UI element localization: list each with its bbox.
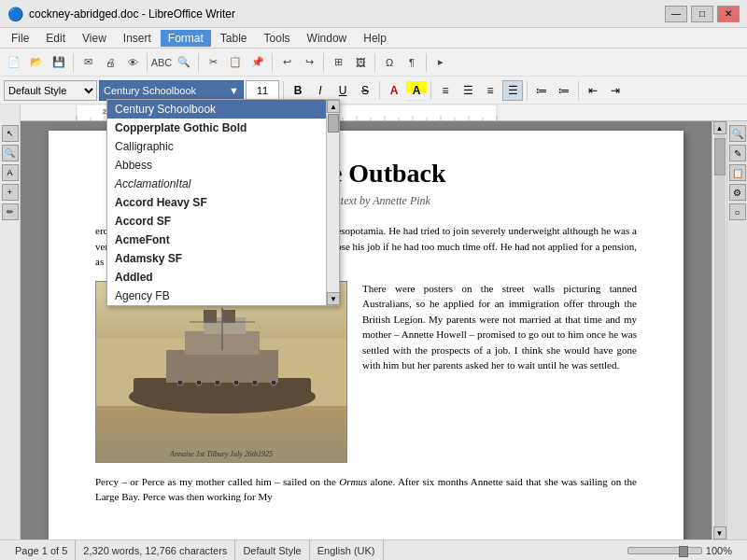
view-tool4[interactable]: ⚙: [729, 184, 746, 201]
font-item-accord-sf[interactable]: Accord SF: [107, 212, 326, 231]
print-button[interactable]: 🖨: [100, 52, 120, 73]
insert-table-button[interactable]: ⊞: [328, 52, 348, 73]
font-item-century[interactable]: Century Schoolbook: [107, 100, 326, 119]
zoom-tool[interactable]: 🔍: [2, 145, 19, 161]
dropdown-scroll-down[interactable]: ▼: [327, 292, 340, 305]
more-button[interactable]: ▸: [430, 52, 451, 73]
menu-file[interactable]: File: [4, 30, 36, 47]
menu-format[interactable]: Format: [161, 30, 211, 47]
doc-para3: Percy – or Perce as my mother called him…: [95, 474, 637, 505]
cut-button[interactable]: ✂: [203, 52, 223, 73]
open-button[interactable]: 📂: [26, 52, 47, 73]
redo-button[interactable]: ↪: [299, 52, 319, 73]
window-controls: — □ ✕: [665, 6, 740, 22]
char-map-button[interactable]: Ω: [379, 52, 400, 73]
menu-tools[interactable]: Tools: [257, 30, 298, 47]
paste-button[interactable]: 📌: [247, 52, 268, 73]
align-left-button[interactable]: ≡: [435, 80, 456, 101]
view-tool2[interactable]: ✎: [729, 145, 746, 161]
bold-button[interactable]: B: [288, 80, 308, 101]
font-item-acclamation[interactable]: AcclamationItal: [107, 175, 326, 193]
separator5: [323, 53, 324, 72]
scroll-down-button[interactable]: ▼: [713, 526, 726, 539]
font-item-abbess[interactable]: Abbess: [107, 156, 326, 175]
separator1: [73, 53, 74, 72]
font-item-accord-heavy[interactable]: Accord Heavy SF: [107, 193, 326, 212]
view-tool1[interactable]: 🔍: [729, 125, 746, 142]
menu-window[interactable]: Window: [300, 30, 355, 47]
separator4: [272, 53, 273, 72]
view-tool3[interactable]: 📋: [729, 164, 746, 181]
sep-fmt: [283, 81, 284, 100]
style-combo[interactable]: Default Style: [4, 80, 97, 101]
doc-columns: Annaise 1st Tilbury July 26th1925 There …: [95, 281, 637, 463]
toolbar1: 📄 📂 💾 ✉ 🖨 👁 ABC 🔍 ✂ 📋 📌 ↩ ↪ ⊞ 🖼 Ω ¶ ▸: [0, 49, 747, 77]
email-button[interactable]: ✉: [78, 52, 98, 73]
font-list: Century Schoolbook Copperplate Gothic Bo…: [107, 100, 326, 305]
scroll-up-button[interactable]: ▲: [713, 121, 726, 134]
view-tool5[interactable]: ○: [729, 203, 746, 220]
app-icon: 🔵: [7, 7, 23, 21]
style-status: Default Style: [235, 540, 309, 560]
dropdown-scroll-up[interactable]: ▲: [327, 100, 340, 113]
undo-button[interactable]: ↩: [276, 52, 297, 73]
font-item-agency[interactable]: Agency FB: [107, 287, 326, 305]
image-caption: Annaise 1st Tilbury July 26th1925: [96, 450, 346, 458]
font-dropdown: Century Schoolbook Copperplate Gothic Bo…: [106, 99, 340, 306]
find-button[interactable]: 🔍: [174, 52, 194, 73]
word-count-status: 2,320 words, 12,766 characters: [76, 540, 235, 560]
titlebar-title: cockney-abridged.doc - LibreOffice Write…: [29, 7, 235, 21]
save-button[interactable]: 💾: [49, 52, 69, 73]
font-item-copperplate[interactable]: Copperplate Gothic Bold: [107, 119, 326, 137]
menu-view[interactable]: View: [75, 30, 114, 47]
indent-less-button[interactable]: ⇤: [583, 80, 603, 101]
align-right-button[interactable]: ≡: [480, 80, 500, 101]
svg-rect-44: [166, 350, 278, 383]
language-status: English (UK): [310, 540, 384, 560]
font-color-button[interactable]: A: [384, 80, 404, 101]
align-justify-button[interactable]: ☰: [502, 80, 523, 101]
align-center-button[interactable]: ☰: [458, 80, 478, 101]
scroll-thumb[interactable]: [714, 138, 726, 175]
svg-point-55: [252, 380, 258, 385]
insert-tool[interactable]: +: [2, 184, 19, 201]
spellcheck-button[interactable]: ABC: [151, 52, 172, 73]
format-tool[interactable]: A: [2, 164, 19, 181]
font-combo[interactable]: Century Schoolbook ▼: [99, 80, 244, 101]
separator3: [198, 53, 199, 72]
font-item-acme[interactable]: AcmeFont: [107, 231, 326, 249]
dropdown-scroll-thumb[interactable]: [328, 114, 339, 133]
ship-svg: [115, 308, 330, 429]
close-button[interactable]: ✕: [717, 6, 740, 22]
font-item-calligraphic[interactable]: Calligraphic: [107, 137, 326, 156]
indent-more-button[interactable]: ⇥: [605, 80, 626, 101]
font-combo-arrow: ▼: [229, 85, 239, 96]
insert-image-button[interactable]: 🖼: [350, 52, 371, 73]
italic-button[interactable]: I: [310, 80, 331, 101]
left-sidebar-tools: ↖ 🔍 A + ✏: [0, 121, 21, 539]
strikethrough-button[interactable]: S: [355, 80, 375, 101]
new-button[interactable]: 📄: [4, 52, 24, 73]
svg-point-52: [196, 380, 202, 385]
list-bullet-button[interactable]: ≔: [531, 80, 552, 101]
font-size-input[interactable]: [246, 80, 279, 101]
maximize-button[interactable]: □: [691, 6, 713, 22]
menu-insert[interactable]: Insert: [116, 30, 159, 47]
insert-special-button[interactable]: ¶: [402, 52, 422, 73]
menu-edit[interactable]: Edit: [38, 30, 73, 47]
list-number-button[interactable]: ≔: [554, 80, 574, 101]
font-item-addled[interactable]: Addled: [107, 268, 326, 287]
font-item-adamsky[interactable]: Adamsky SF: [107, 249, 326, 268]
underline-button[interactable]: U: [332, 80, 353, 101]
preview-button[interactable]: 👁: [122, 52, 143, 73]
menu-help[interactable]: Help: [356, 30, 394, 47]
select-tool[interactable]: ↖: [2, 125, 19, 142]
minimize-button[interactable]: —: [665, 6, 687, 22]
draw-tool[interactable]: ✏: [2, 203, 19, 220]
highlight-button[interactable]: A: [406, 80, 427, 101]
copy-button[interactable]: 📋: [225, 52, 246, 73]
separator6: [374, 53, 375, 72]
zoom-slider[interactable]: [627, 547, 702, 554]
menu-table[interactable]: Table: [213, 30, 255, 47]
zoom-thumb[interactable]: [679, 546, 688, 557]
